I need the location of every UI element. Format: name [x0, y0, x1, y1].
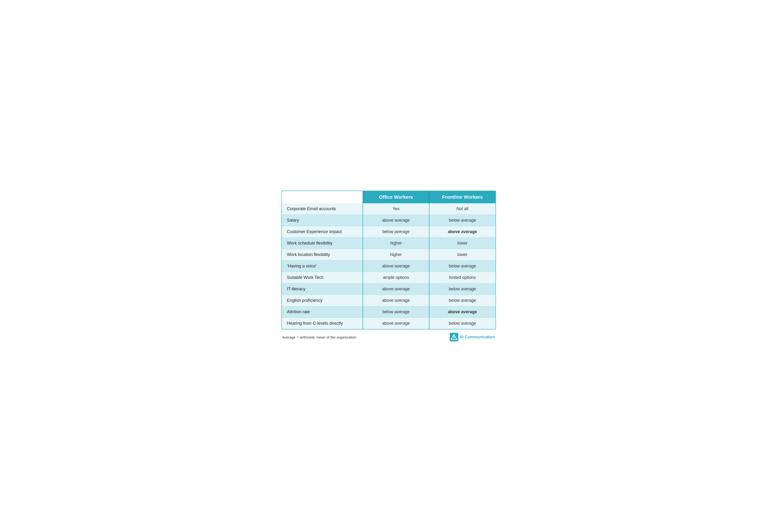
cell-frontline: limited options: [429, 272, 495, 284]
logo-icon: [450, 333, 458, 341]
cell-office: higher: [363, 249, 429, 260]
cell-office: above average: [363, 295, 429, 306]
cell-office: below average: [363, 226, 429, 238]
table-row: Attrition ratebelow averageabove average: [282, 306, 496, 318]
cell-office: below average: [363, 306, 429, 318]
table-row: Hearing from C-levels directlyabove aver…: [282, 318, 496, 329]
cell-frontline: lower: [429, 238, 495, 249]
cell-frontline: below average: [429, 215, 495, 226]
cell-frontline: below average: [429, 260, 495, 272]
table-row: Work location flexibilityhigherlower: [282, 249, 496, 260]
cell-feature: Suitable Work Tech: [282, 272, 363, 284]
cell-feature: Hearing from C-levels directly: [282, 318, 363, 329]
cell-office: higher: [363, 238, 429, 249]
cell-frontline: Not all: [429, 203, 495, 215]
cell-frontline: below average: [429, 295, 495, 306]
cell-office: above average: [363, 260, 429, 272]
footer-note: Average = arithmetic mean of the organiz…: [282, 335, 356, 339]
page-wrapper: Office Workers Frontline Workers Corpora…: [281, 191, 496, 341]
cell-office: Yes: [363, 203, 429, 215]
logo-area: 6i Communication: [450, 333, 495, 341]
table-row: Customer Experience impactbelow averagea…: [282, 226, 496, 238]
footer: Average = arithmetic mean of the organiz…: [281, 333, 496, 341]
table-row: IT-literacyabove averagebelow average: [282, 284, 496, 295]
cell-feature: Attrition rate: [282, 306, 363, 318]
cell-office: above average: [363, 215, 429, 226]
cell-office: ample options: [363, 272, 429, 284]
table-row: Work schedule flexibilityhigherlower: [282, 238, 496, 249]
cell-frontline: above average: [429, 226, 495, 238]
table-row: English proficiencyabove averagebelow av…: [282, 295, 496, 306]
cell-frontline: below average: [429, 284, 495, 295]
cell-feature: IT-literacy: [282, 284, 363, 295]
table-row: Salaryabove averagebelow average: [282, 215, 496, 226]
cell-office: above average: [363, 318, 429, 329]
cell-feature: Salary: [282, 215, 363, 226]
cell-feature: Customer Experience impact: [282, 226, 363, 238]
cell-feature: Work schedule flexibility: [282, 238, 363, 249]
cell-feature: Work location flexibility: [282, 249, 363, 260]
cell-feature: Corporate Email accounts: [282, 203, 363, 215]
logo-text: 6i Communication: [460, 335, 495, 339]
table-row: ‘Having a voice’above averagebelow avera…: [282, 260, 496, 272]
header-office-workers: Office Workers: [363, 191, 429, 203]
table-row: Suitable Work Techample optionslimited o…: [282, 272, 496, 284]
cell-frontline: lower: [429, 249, 495, 260]
comparison-table: Office Workers Frontline Workers Corpora…: [281, 191, 496, 329]
cell-feature: ‘Having a voice’: [282, 260, 363, 272]
cell-feature: English proficiency: [282, 295, 363, 306]
cell-frontline: below average: [429, 318, 495, 329]
cell-frontline: above average: [429, 306, 495, 318]
header-feature: [282, 191, 363, 203]
header-frontline-workers: Frontline Workers: [429, 191, 495, 203]
cell-office: above average: [363, 284, 429, 295]
table-row: Corporate Email accountsYesNot all: [282, 203, 496, 215]
